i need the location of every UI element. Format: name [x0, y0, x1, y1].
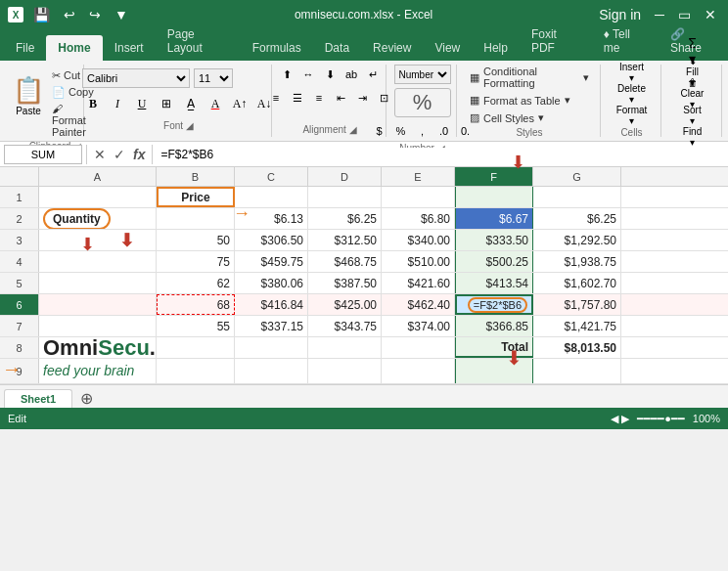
- paste-button[interactable]: 📋 Paste: [12, 68, 45, 123]
- cell-d9[interactable]: [308, 359, 382, 383]
- tab-tell-me[interactable]: ♦ Tell me: [592, 22, 659, 61]
- cell-b3[interactable]: 50: [157, 230, 235, 250]
- cell-f9[interactable]: [455, 359, 533, 383]
- cell-a6[interactable]: [39, 294, 157, 315]
- cell-g6[interactable]: $1,757.80: [533, 294, 621, 315]
- cell-g8[interactable]: $8,013.50: [533, 337, 621, 358]
- cell-c3[interactable]: $306.50: [235, 230, 308, 250]
- decrease-indent-button[interactable]: ⇤: [331, 88, 350, 108]
- tab-data[interactable]: Data: [313, 35, 361, 61]
- cell-c6[interactable]: $416.84: [235, 294, 308, 315]
- align-center-button[interactable]: ☰: [288, 88, 307, 108]
- cell-a4[interactable]: [39, 251, 157, 272]
- delete-cells-button[interactable]: Delete ▾: [622, 84, 642, 104]
- cell-g4[interactable]: $1,938.75: [533, 251, 621, 272]
- cell-e4[interactable]: $510.00: [382, 251, 455, 272]
- cell-d1[interactable]: [308, 187, 382, 207]
- formula-input[interactable]: [157, 148, 724, 161]
- increase-font-button[interactable]: A↑: [229, 93, 250, 114]
- clear-button[interactable]: 🗑 Clear ▾: [683, 84, 703, 104]
- cell-c5[interactable]: $380.06: [235, 273, 308, 293]
- font-size-select[interactable]: 11: [194, 68, 233, 88]
- cancel-formula-button[interactable]: ✕: [91, 147, 109, 162]
- cell-f7[interactable]: $366.85: [455, 316, 533, 336]
- comma-button[interactable]: ,: [413, 121, 432, 141]
- font-family-select[interactable]: Calibri: [82, 68, 190, 88]
- cell-f8[interactable]: Total: [455, 337, 533, 358]
- grid-scroll-area[interactable]: 1 Price 2 Quantity $6.13 $6.25 $6.80 $6.…: [0, 187, 728, 384]
- cell-c7[interactable]: $337.15: [235, 316, 308, 336]
- insert-function-button[interactable]: fx: [130, 147, 148, 162]
- underline-button[interactable]: U: [131, 93, 153, 114]
- undo-button[interactable]: ↩: [60, 5, 79, 24]
- cell-g2[interactable]: $6.25: [533, 208, 621, 229]
- col-header-b[interactable]: B: [157, 167, 235, 186]
- tab-formulas[interactable]: Formulas: [241, 35, 313, 61]
- tab-home[interactable]: Home: [46, 35, 102, 61]
- cell-b2[interactable]: [157, 208, 235, 229]
- customize-qat-button[interactable]: ▼: [111, 5, 132, 24]
- cell-b5[interactable]: 62: [157, 273, 235, 293]
- cell-g1[interactable]: [533, 187, 621, 207]
- cell-b9[interactable]: [157, 359, 235, 383]
- col-header-g[interactable]: G: [533, 167, 621, 186]
- cell-b6[interactable]: 68: [157, 294, 235, 315]
- align-top-button[interactable]: ⬆: [277, 65, 296, 84]
- cell-g3[interactable]: $1,292.50: [533, 230, 621, 250]
- redo-button[interactable]: ↪: [85, 5, 105, 24]
- cell-f4[interactable]: $500.25: [455, 251, 533, 272]
- accounting-button[interactable]: $: [370, 121, 389, 141]
- col-header-d[interactable]: D: [308, 167, 382, 186]
- cell-a5[interactable]: [39, 273, 157, 293]
- cell-b8[interactable]: [157, 337, 235, 358]
- cell-f5[interactable]: $413.54: [455, 273, 533, 293]
- cell-b1[interactable]: Price: [157, 187, 235, 207]
- align-left-button[interactable]: ≡: [266, 88, 286, 108]
- cell-c4[interactable]: $459.75: [235, 251, 308, 272]
- save-button[interactable]: 💾: [29, 5, 54, 24]
- cell-f1[interactable]: [455, 187, 533, 207]
- cell-a1[interactable]: [39, 187, 157, 207]
- cell-a2[interactable]: Quantity: [39, 208, 157, 229]
- sort-filter-button[interactable]: Sort ▾: [683, 106, 703, 125]
- fill-color-button[interactable]: A̲: [180, 93, 202, 114]
- tab-insert[interactable]: Insert: [103, 35, 156, 61]
- format-as-table-button[interactable]: ▦ Format as Table ▾: [467, 93, 592, 108]
- tab-view[interactable]: View: [423, 35, 472, 61]
- orientation-button[interactable]: ab: [341, 65, 361, 84]
- cell-c8[interactable]: [235, 337, 308, 358]
- cell-e2[interactable]: $6.80: [382, 208, 455, 229]
- col-header-a[interactable]: A: [39, 167, 157, 186]
- cell-d7[interactable]: $343.75: [308, 316, 382, 336]
- cell-g9[interactable]: [533, 359, 621, 383]
- cell-b4[interactable]: 75: [157, 251, 235, 272]
- cell-a9[interactable]: feed your brain: [39, 359, 157, 383]
- cell-b7[interactable]: 55: [157, 316, 235, 336]
- cell-f2[interactable]: $6.67: [455, 208, 533, 229]
- tab-page-layout[interactable]: Page Layout: [156, 22, 241, 61]
- font-color-button[interactable]: A: [205, 93, 226, 114]
- confirm-formula-button[interactable]: ✓: [111, 147, 128, 162]
- cell-e3[interactable]: $340.00: [382, 230, 455, 250]
- format-cells-button[interactable]: Format ▾: [622, 106, 642, 125]
- align-middle-button[interactable]: ↔: [298, 65, 318, 84]
- cell-a3[interactable]: ⬇: [39, 230, 157, 250]
- bold-button[interactable]: B: [82, 93, 104, 114]
- cell-d5[interactable]: $387.50: [308, 273, 382, 293]
- cell-g5[interactable]: $1,602.70: [533, 273, 621, 293]
- status-zoom-slider[interactable]: ━━━━●━━: [637, 413, 685, 425]
- tab-share[interactable]: 🔗 Share: [659, 22, 728, 61]
- insert-cells-button[interactable]: Insert ▾: [622, 63, 642, 82]
- border-button[interactable]: ⊞: [156, 93, 177, 114]
- cell-styles-button[interactable]: ▨ Cell Styles ▾: [467, 110, 592, 125]
- cell-e1[interactable]: [382, 187, 455, 207]
- conditional-formatting-button[interactable]: ▦ Conditional Formatting ▾: [467, 65, 592, 90]
- col-header-e[interactable]: E: [382, 167, 455, 186]
- cell-d6[interactable]: $425.00: [308, 294, 382, 315]
- cell-d3[interactable]: $312.50: [308, 230, 382, 250]
- align-bottom-button[interactable]: ⬇: [320, 65, 340, 84]
- cell-d8[interactable]: [308, 337, 382, 358]
- cell-f6[interactable]: =F$2*$B6: [455, 294, 533, 315]
- add-sheet-button[interactable]: ⊕: [74, 389, 99, 408]
- number-format-select[interactable]: Number: [394, 65, 451, 84]
